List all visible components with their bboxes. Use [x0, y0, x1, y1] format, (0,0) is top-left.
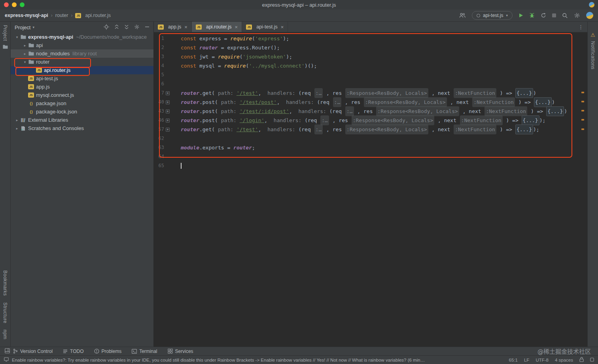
tree-item-node-modules[interactable]: ▸node_moduleslibrary root [11, 49, 153, 58]
panel-settings-gear-icon[interactable] [134, 24, 140, 31]
code-line[interactable]: 5 [154, 70, 587, 79]
tree-item-api-test-js[interactable]: JSapi-test.js [11, 74, 153, 83]
run-configuration-select[interactable]: api-test.js ▾ [472, 11, 513, 20]
close-window-button[interactable] [4, 2, 9, 7]
line-separator-widget[interactable]: LF [524, 358, 529, 362]
tree-item-scratches-and-consoles[interactable]: ▸Scratches and Consoles [11, 124, 153, 132]
line-number[interactable]: 46 [154, 116, 164, 125]
code-line[interactable]: 1const express = require('express'); [154, 34, 587, 43]
window-icon[interactable] [4, 357, 9, 362]
chevron-right-icon[interactable]: ▸ [14, 118, 20, 122]
tool-button-services[interactable]: Services [168, 349, 193, 354]
settings-gear-icon[interactable] [574, 12, 580, 19]
tab-api.router.js[interactable]: JSapi.router.js× [192, 22, 242, 32]
tree-item-router[interactable]: ▾router [11, 58, 153, 66]
stop-button[interactable] [552, 13, 556, 17]
breadcrumb-item[interactable]: router [55, 13, 68, 18]
tree-item-package-lock-json[interactable]: { }package-lock.json [11, 108, 153, 116]
more-options-icon[interactable]: ⋮ [574, 24, 587, 30]
expand-all-icon[interactable] [114, 25, 119, 30]
code-line[interactable]: 43+router.post( path: '/test/:id/post', … [154, 107, 587, 116]
tool-windows-icon[interactable] [5, 348, 10, 355]
chevron-down-icon[interactable]: ▾ [22, 60, 28, 64]
close-icon[interactable]: × [235, 24, 238, 30]
status-message[interactable]: Enable rainbow variables?: Try enable ra… [12, 358, 427, 362]
tool-button-todo[interactable]: TODO [63, 349, 83, 354]
chevron-right-icon[interactable]: ▸ [22, 52, 28, 56]
indicator-icon[interactable] [590, 358, 594, 362]
minimize-window-button[interactable] [12, 2, 17, 7]
tool-button-terminal[interactable]: Terminal [132, 349, 157, 354]
rerun-icon[interactable] [541, 13, 546, 18]
debug-button[interactable] [529, 13, 535, 18]
chevron-down-icon[interactable]: ▾ [32, 25, 34, 29]
fold-marker-icon[interactable]: + [166, 91, 170, 95]
tree-item-external-libraries[interactable]: ▸External Libraries [11, 116, 153, 124]
tree-item-app-js[interactable]: JSapp.js [11, 83, 153, 91]
tree-item-mysql-connect-js[interactable]: JSmysql.connect.js [11, 91, 153, 99]
line-number[interactable]: 63 [154, 143, 164, 152]
line-number[interactable]: 62 [154, 134, 164, 143]
locate-file-icon[interactable] [104, 24, 109, 31]
line-number[interactable]: 57 [154, 125, 164, 134]
breadcrumb-item[interactable]: express-mysql-api [5, 13, 48, 18]
code-line[interactable]: 63module.exports = router; [154, 143, 587, 152]
code-line[interactable]: 6 [154, 79, 587, 89]
hide-panel-icon[interactable] [145, 25, 150, 30]
tool-button-version-control[interactable]: Version Control [13, 349, 53, 354]
tree-item-api-router-js[interactable]: JSapi.router.js [11, 66, 153, 74]
code-line[interactable]: 7+router.get( path: '/test', handlers: (… [154, 89, 587, 98]
code-line[interactable]: 57+router.get( path: '/test', handlers: … [154, 125, 587, 134]
lock-icon[interactable] [579, 357, 584, 363]
code-line[interactable]: 64 [154, 152, 587, 161]
run-button[interactable] [519, 13, 523, 18]
tool-button-problems[interactable]: Problems [94, 349, 122, 354]
fold-marker-icon[interactable]: + [166, 100, 170, 104]
tab-api-test.js[interactable]: JSapi-test.js× [242, 22, 288, 32]
code-line[interactable]: 46+router.post( path: '/login', handlers… [154, 116, 587, 125]
indent-style-widget[interactable]: 4 spaces [555, 358, 573, 362]
code-with-me-users-icon[interactable] [459, 13, 466, 18]
close-icon[interactable]: × [184, 24, 187, 30]
tree-item-api[interactable]: ▸api [11, 41, 153, 49]
zoom-window-button[interactable] [20, 2, 25, 7]
tool-button-project[interactable]: Project [2, 22, 8, 54]
line-number[interactable]: 2 [154, 43, 164, 52]
line-number[interactable]: 7 [154, 89, 164, 98]
line-number[interactable]: 64 [154, 152, 164, 161]
line-number[interactable]: 40 [154, 98, 164, 107]
search-icon[interactable] [562, 13, 568, 19]
chevron-down-icon[interactable]: ▾ [14, 35, 20, 39]
code-line[interactable]: 2const router = express.Router(); [154, 43, 587, 52]
breadcrumb-item[interactable]: JSapi.router.js [75, 13, 111, 18]
tree-item-express-mysql-api[interactable]: ▾express-mysql-api~/Documents/node_works… [11, 33, 153, 41]
fold-marker-icon[interactable]: + [166, 109, 170, 113]
line-number[interactable]: 5 [154, 70, 164, 79]
chevron-right-icon[interactable]: ▸ [14, 126, 20, 130]
tool-button-bookmarks[interactable]: Bookmarks [2, 267, 8, 299]
tool-button-structure[interactable]: Structure [2, 299, 8, 326]
line-number[interactable]: 65 [154, 161, 164, 170]
line-number[interactable]: 6 [154, 79, 164, 89]
tab-app.js[interactable]: JSapp.js× [154, 22, 192, 32]
code-editor[interactable]: 1const express = require('express');2con… [154, 32, 587, 347]
fold-marker-icon[interactable]: + [166, 128, 170, 132]
code-line[interactable]: 40+router.post( path: '/test/post', hand… [154, 98, 587, 107]
collapse-all-icon[interactable] [124, 25, 129, 30]
close-icon[interactable]: × [281, 24, 284, 30]
encoding-widget[interactable]: UTF-8 [536, 358, 549, 362]
line-number[interactable]: 43 [154, 107, 164, 116]
user-avatar[interactable] [586, 12, 593, 19]
fold-marker-icon[interactable]: + [166, 119, 170, 123]
caret-position-widget[interactable]: 65:1 [509, 358, 518, 362]
code-line[interactable]: 4const mysql = require('../mysql.connect… [154, 61, 587, 70]
tool-button-notifications[interactable]: Notifications [590, 38, 596, 73]
code-line[interactable]: 3const jwt = require('jsonwebtoken'); [154, 52, 587, 61]
line-number[interactable]: 4 [154, 61, 164, 70]
chevron-right-icon[interactable]: ▸ [22, 43, 28, 47]
tree-item-package-json[interactable]: { }package.json [11, 99, 153, 108]
code-line[interactable]: 62 [154, 134, 587, 143]
line-number[interactable]: 1 [154, 34, 164, 43]
warning-icon[interactable]: ⚠ [590, 32, 595, 38]
code-line[interactable]: 65 [154, 161, 587, 170]
